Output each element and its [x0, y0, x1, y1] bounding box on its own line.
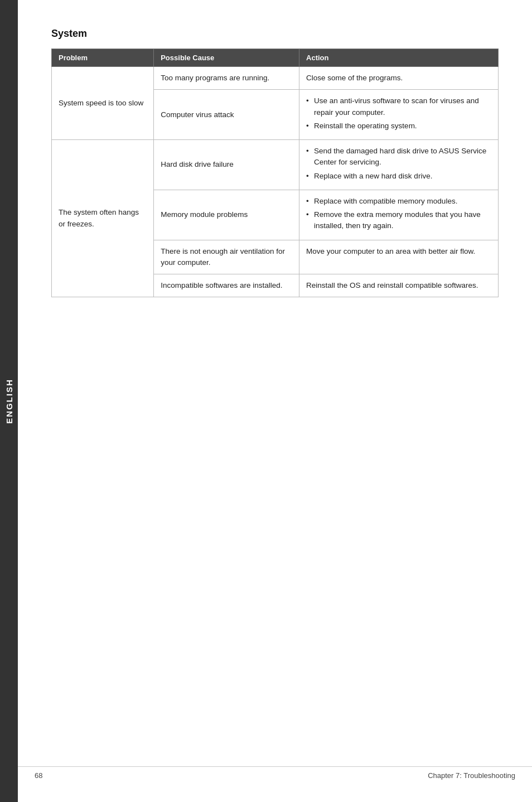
- chapter-label: Chapter 7: Troubleshooting: [428, 771, 515, 780]
- list-item: Replace with compatible memory modules.: [306, 196, 491, 207]
- action-cell-2: Use an anti-virus software to scan for v…: [299, 90, 499, 140]
- header-problem: Problem: [52, 49, 154, 67]
- action-cell-1: Close some of the programs.: [299, 67, 499, 90]
- table-row: System speed is too slow Too many progra…: [52, 67, 499, 90]
- header-cause: Possible Cause: [154, 49, 299, 67]
- action-bullet-list: Replace with compatible memory modules. …: [306, 196, 491, 232]
- header-action: Action: [299, 49, 499, 67]
- cause-cell-4: Memory module problems: [154, 190, 299, 240]
- action-bullet-list: Use an anti-virus software to scan for v…: [306, 95, 491, 132]
- list-item: Reinstall the operating system.: [306, 120, 491, 132]
- troubleshoot-table: Problem Possible Cause Action System spe…: [51, 49, 499, 297]
- sidebar: ENGLISH: [0, 0, 18, 802]
- cause-cell-5: There is not enough air ventilation for …: [154, 240, 299, 274]
- sidebar-label: ENGLISH: [4, 379, 14, 424]
- action-cell-4: Replace with compatible memory modules. …: [299, 190, 499, 240]
- table-row: The system often hangs or freezes. Hard …: [52, 140, 499, 190]
- list-item: Remove the extra memory modules that you…: [306, 209, 491, 232]
- page-number: 68: [35, 771, 42, 780]
- action-cell-5: Move your computer to an area with bette…: [299, 240, 499, 274]
- problem-cell-1: System speed is too slow: [52, 67, 154, 140]
- problem-cell-2: The system often hangs or freezes.: [52, 140, 154, 297]
- footer: 68 Chapter 7: Troubleshooting: [18, 766, 532, 780]
- list-item: Replace with a new hard disk drive.: [306, 171, 491, 182]
- section-title: System: [51, 28, 499, 40]
- list-item: Send the damaged hard disk drive to ASUS…: [306, 146, 491, 168]
- action-bullet-list: Send the damaged hard disk drive to ASUS…: [306, 146, 491, 182]
- list-item: Use an anti-virus software to scan for v…: [306, 95, 491, 118]
- action-cell-3: Send the damaged hard disk drive to ASUS…: [299, 140, 499, 190]
- cause-cell-2: Computer virus attack: [154, 90, 299, 140]
- action-cell-6: Reinstall the OS and reinstall compatibl…: [299, 274, 499, 297]
- cause-cell-1: Too many programs are running.: [154, 67, 299, 90]
- cause-cell-6: Incompatible softwares are installed.: [154, 274, 299, 297]
- table-header-row: Problem Possible Cause Action: [52, 49, 499, 67]
- main-content: System Problem Possible Cause Action Sys…: [18, 0, 532, 331]
- cause-cell-3: Hard disk drive failure: [154, 140, 299, 190]
